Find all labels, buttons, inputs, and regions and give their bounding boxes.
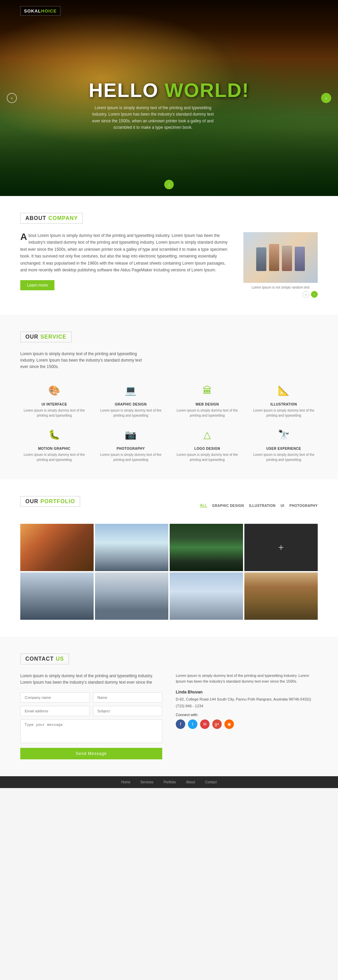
person-4	[295, 247, 305, 271]
filter-btn-ui[interactable]: UI	[281, 504, 284, 508]
portfolio-item-5[interactable]	[20, 573, 94, 620]
email-input[interactable]	[20, 706, 89, 716]
contact-person-name: Linda Bhuvan	[176, 690, 318, 694]
hero-content: HELLO WORLD! Lorem Ipsum is simply dummy…	[89, 79, 249, 131]
footer-link-services[interactable]: Services	[140, 780, 153, 784]
contact-description: Lorem ipsum is simply dummy text of the …	[20, 673, 162, 686]
contact-layout: Lorem ipsum is simply dummy text of the …	[20, 673, 318, 759]
service-item-0: 🎨 UI INTERFACE Lorem ipsum is simply dum…	[20, 382, 88, 418]
portfolio-grid: +	[20, 524, 318, 620]
plus-icon: +	[278, 542, 284, 553]
service-icon-1: 💻	[122, 382, 139, 399]
about-body: A bout Lorem Ipsum is simply dummy text …	[20, 232, 230, 274]
hero-title-black: HELLO	[89, 79, 164, 101]
service-desc-5: Lorem ipsum is simply dummy text of the …	[97, 452, 164, 462]
hero-next-button[interactable]: ›	[321, 93, 331, 103]
contact-form-side: Lorem ipsum is simply dummy text of the …	[20, 673, 162, 759]
service-icon-4: 🐛	[46, 426, 63, 443]
services-section: OUR SERVICE Lorem ipsum is simply dummy …	[0, 315, 338, 479]
contact-row-2	[20, 706, 162, 716]
send-message-button[interactable]: Send Message	[20, 748, 162, 759]
name-input[interactable]	[93, 692, 162, 703]
service-item-2: 🏛 WEB DESIGN Lorem ipsum is simply dummy…	[174, 382, 241, 418]
contact-section-title: CONTACT US	[20, 654, 69, 664]
filter-btn-graphic-design[interactable]: GRAPHIC DESIGN	[212, 504, 244, 508]
service-name-2: WEB DESIGN	[174, 402, 241, 406]
service-item-3: 📐 ILLUSTRATION Lorem ipsum is simply dum…	[250, 382, 318, 418]
about-text-block: A bout Lorem Ipsum is simply dummy text …	[20, 232, 230, 290]
social-email-icon[interactable]: ✉	[200, 719, 210, 729]
social-icons: ft✉g+◉	[176, 719, 318, 729]
hero-prev-button[interactable]: ‹	[7, 93, 17, 103]
services-grid: 🎨 UI INTERFACE Lorem ipsum is simply dum…	[20, 382, 318, 462]
about-team-image	[243, 232, 318, 283]
hero-scroll-button[interactable]: ↓	[164, 180, 174, 189]
portfolio-item-7[interactable]	[170, 573, 243, 620]
service-name-4: MOTION GRAPHIC	[20, 447, 88, 450]
brand-logo[interactable]: SOKALHOICE	[20, 6, 61, 16]
social-rss-icon[interactable]: ◉	[225, 719, 234, 729]
contact-address: D-82, College Road-144 South City, Pannu…	[176, 696, 318, 710]
about-section-title: ABOUT COMPANY	[20, 213, 83, 224]
services-description: Lorem ipsum is simply dummy text of the …	[20, 351, 142, 371]
social-google-plus-icon[interactable]: g+	[212, 719, 222, 729]
portfolio-item-6[interactable]	[95, 573, 168, 620]
message-textarea[interactable]	[20, 719, 162, 743]
service-desc-4: Lorem ipsum is simply dummy text of the …	[20, 452, 88, 462]
portfolio-item-4[interactable]: +	[244, 524, 318, 571]
learn-more-button[interactable]: Learn more	[20, 280, 54, 290]
portfolio-section-title: OUR PORTFOLIO	[20, 496, 80, 507]
service-name-3: ILLUSTRATION	[250, 402, 318, 406]
about-img-prev[interactable]: ‹	[303, 291, 309, 298]
portfolio-item-3[interactable]	[170, 524, 243, 571]
subject-input[interactable]	[93, 706, 162, 716]
filter-btn-illustration[interactable]: ILLUSTRATION	[249, 504, 276, 508]
service-desc-2: Lorem ipsum is simply dummy text of the …	[174, 408, 241, 418]
person-1	[256, 247, 266, 271]
connect-label: Connect with:	[176, 713, 318, 717]
contact-section: CONTACT US Lorem ipsum is simply dummy t…	[0, 637, 338, 776]
service-name-0: UI INTERFACE	[20, 402, 88, 406]
service-name-1: GRAPHIC DESIGN	[97, 402, 164, 406]
service-item-6: △ LOGO DESIGN Lorem ipsum is simply dumm…	[174, 426, 241, 462]
team-illustration	[253, 240, 308, 274]
service-desc-7: Lorem ipsum is simply dummy text of the …	[250, 452, 318, 462]
footer-link-portfolio[interactable]: Portfolio	[164, 780, 176, 784]
footer-link-contact[interactable]: Contact	[205, 780, 217, 784]
portfolio-item-8[interactable]	[244, 573, 318, 620]
contact-info-side: Lorem ipsum is simply dummy text of the …	[176, 673, 318, 759]
portfolio-item-2[interactable]	[95, 524, 168, 571]
service-icon-5: 📷	[122, 426, 139, 443]
service-icon-7: 🔭	[275, 426, 292, 443]
service-desc-6: Lorem ipsum is simply dummy text of the …	[174, 452, 241, 462]
service-name-5: PHOTOGRAPHY	[97, 447, 164, 450]
service-icon-2: 🏛	[199, 382, 216, 399]
service-icon-6: △	[199, 426, 216, 443]
about-img-next[interactable]: ›	[311, 291, 318, 298]
hero-description: Lorem Ipsum is simply dummy text of the …	[89, 105, 217, 131]
about-image-caption: Lorem Ipsum is not simply random text	[243, 286, 318, 289]
hero-title-green: WORLD!	[164, 79, 249, 101]
about-image-box: Lorem Ipsum is not simply random text ‹ …	[243, 232, 318, 298]
person-2	[269, 244, 279, 271]
footer-link-home[interactable]: Home	[121, 780, 131, 784]
person-3	[282, 246, 292, 271]
filter-btn-photography[interactable]: PHOTOGRAPHY	[289, 504, 318, 508]
social-facebook-icon[interactable]: f	[176, 719, 185, 729]
service-item-5: 📷 PHOTOGRAPHY Lorem ipsum is simply dumm…	[97, 426, 164, 462]
service-desc-3: Lorem ipsum is simply dummy text of the …	[250, 408, 318, 418]
brand-name-green: HOICE	[41, 8, 57, 14]
hero-section: SOKALHOICE ‹ › HELLO WORLD! Lorem Ipsum …	[0, 0, 338, 196]
portfolio-item-1[interactable]	[20, 524, 94, 571]
about-section: ABOUT COMPANY A bout Lorem Ipsum is simp…	[0, 196, 338, 315]
service-icon-3: 📐	[275, 382, 292, 399]
portfolio-filters: ALLGRAPHIC DESIGNILLUSTRATIONUIPHOTOGRAP…	[200, 504, 318, 508]
footer-link-about[interactable]: About	[186, 780, 195, 784]
service-name-6: LOGO DESIGN	[174, 447, 241, 450]
service-item-4: 🐛 MOTION GRAPHIC Lorem ipsum is simply d…	[20, 426, 88, 462]
portfolio-section: OUR PORTFOLIO ALLGRAPHIC DESIGNILLUSTRAT…	[0, 479, 338, 637]
social-twitter-icon[interactable]: t	[188, 719, 198, 729]
service-item-7: 🔭 USER EXPERIENCE Lorem ipsum is simply …	[250, 426, 318, 462]
company-input[interactable]	[20, 692, 89, 703]
filter-btn-all[interactable]: ALL	[200, 504, 207, 508]
